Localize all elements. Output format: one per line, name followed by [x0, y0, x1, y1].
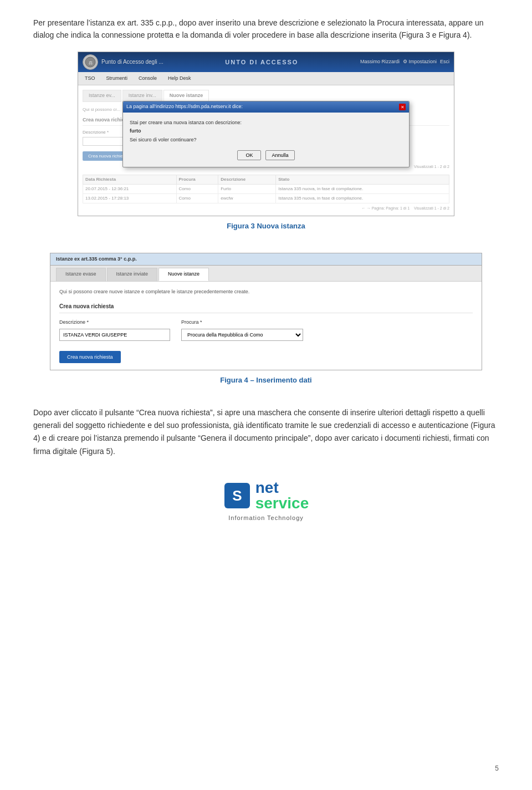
- figure4-wrapper: Istanze ex art.335 comma 3° c.p.p. Istan…: [33, 253, 499, 396]
- fig4-label-procura: Procura *: [181, 319, 303, 327]
- screen3-pagination: ← → Pagina: Pagina: 1 di 1 Visualizzati …: [83, 206, 449, 212]
- screen3-body-wrapper: Istanze ev... Istanze inv... Nuove istan…: [78, 85, 454, 216]
- fig4-input-desc[interactable]: [59, 329, 170, 341]
- screen3-logo-circle: ⚖: [83, 54, 98, 70]
- page-number: 5: [495, 763, 499, 773]
- fig4-tab-inviate[interactable]: Istanze inviate: [107, 268, 158, 281]
- figure3-caption: Figura 3 Nuova istanza: [227, 221, 305, 232]
- screen3-dialog-line2: furto: [130, 128, 402, 135]
- figure4-screenshot: Istanze ex art.335 comma 3° c.p.p. Istan…: [50, 253, 482, 370]
- footer-service-text: service: [255, 496, 309, 511]
- screen3-settings-link[interactable]: ⚙ Impostazioni: [403, 58, 437, 66]
- fig4-titlebar: Istanze ex art.335 comma 3° c.p.p.: [50, 253, 482, 266]
- table-row: 13.02.2015 - 17:28:13 Como ewcfw Istanza…: [83, 193, 449, 203]
- screen3-header-label: Punto di Accesso degli ...: [101, 58, 163, 66]
- intro-paragraph: Per presentare l’istanza ex art. 335 c.p…: [33, 17, 499, 42]
- screen3-header: ⚖ Punto di Accesso degli ... UNTO DI ACC…: [78, 52, 454, 72]
- body-paragraph: Dopo aver cliccato il pulsante “Crea nuo…: [33, 406, 499, 457]
- figure3-screenshot: ⚖ Punto di Accesso degli ... UNTO DI ACC…: [78, 52, 454, 217]
- fig4-label-desc: Descrizione *: [59, 319, 170, 327]
- screen3-col-stato: Stato: [276, 175, 449, 184]
- screen3-dialog-box: La pagina all’indirizzo https://sdm.pda.…: [122, 101, 410, 167]
- fig4-subtitle: Qui si possono creare nuove istanze e co…: [59, 288, 473, 296]
- fig4-body: Qui si possono creare nuove istanze e co…: [50, 282, 482, 370]
- fig4-tab-evase[interactable]: Istanze evase: [56, 268, 106, 281]
- screen3-row1-procura: Como: [176, 184, 218, 193]
- screen3-exit-link[interactable]: Esci: [440, 58, 449, 66]
- screen3-pagination-text: ← → Pagina: Pagina: 1 di 1: [362, 206, 410, 210]
- screen3-row2-procura: Como: [176, 193, 218, 203]
- screen3-dialog-close[interactable]: ✕: [399, 104, 406, 110]
- screen3-tab-evase[interactable]: Istanze ev...: [83, 90, 121, 102]
- screen3-visualizzati-bottom: Visualizzati 1 - 2 di 2: [414, 206, 449, 210]
- screen3-col-data: Data Richiesta: [83, 175, 177, 184]
- fig4-btn-crea[interactable]: Crea nuova richiesta: [59, 351, 121, 363]
- fig4-form-desc: Descrizione *: [59, 319, 170, 341]
- screen3-tab-inviate[interactable]: Istanze inv...: [122, 90, 162, 102]
- figure3-wrapper: ⚖ Punto di Accesso degli ... UNTO DI ACC…: [33, 52, 499, 242]
- screen3-row1-data: 20.07.2015 - 12:36:21: [83, 184, 177, 193]
- screen3-dialog-cancel-button[interactable]: Annulla: [265, 150, 294, 160]
- screen3-nav-strumenti[interactable]: Strumenti: [104, 74, 130, 84]
- screen3-row1-stato: Istanza 335 nuova, in fase di compilazio…: [276, 184, 449, 193]
- screen3-nav-console[interactable]: Console: [136, 74, 159, 84]
- figure4-caption: Figura 4 – Inserimento dati: [220, 375, 311, 386]
- screen3-dialog-content: Stai per creare una nuova istanza con de…: [130, 117, 402, 146]
- footer-logo: S net service: [223, 480, 309, 511]
- screen3-header-actions: Massimo Rizzardi ⚙ Impostazioni Esci: [360, 58, 449, 66]
- screen3-dialog-line3: Sei sicuro di voler continuare?: [130, 136, 402, 144]
- screen3-table: Data Richiesta Procura Descrizione Stato…: [83, 175, 449, 203]
- screen3-col-desc: Descrizione: [218, 175, 276, 184]
- svg-text:⚖: ⚖: [89, 60, 93, 65]
- screen3-col-procura: Procura: [176, 175, 218, 184]
- screen3-dialog-title-text: La pagina all’indirizzo https://sdm.pda.…: [126, 103, 243, 111]
- screen3-row2-desc: ewcfw: [218, 193, 276, 203]
- screen3-row2-stato: Istanza 335 nuova, in fase di compilazio…: [276, 193, 449, 203]
- screen3-dialog-overlay: La pagina all’indirizzo https://sdm.pda.…: [122, 101, 410, 167]
- screen3-header-title: UNTO DI ACCESSO: [225, 58, 298, 67]
- footer-it-label: Information Technology: [228, 513, 304, 523]
- screen3-row1-desc: Furto: [218, 184, 276, 193]
- screen3-row2-data: 13.02.2015 - 17:28:13: [83, 193, 177, 203]
- fig4-form-procura: Procura * Procura della Repubblica di Co…: [181, 319, 303, 341]
- fig4-form-row: Descrizione * Procura * Procura della Re…: [59, 319, 473, 341]
- fig4-tab-nuove[interactable]: Nuove istanze: [158, 268, 209, 281]
- screen3-tab-nuove[interactable]: Nuove istanze: [163, 90, 209, 102]
- svg-text:S: S: [232, 487, 242, 504]
- screen3-nav-helpdesk[interactable]: Help Desk: [166, 74, 193, 84]
- screen3-dialog-buttons: OK Annulla: [130, 150, 402, 160]
- screen3-tabs: Istanze ev... Istanze inv... Nuove istan…: [83, 90, 449, 102]
- screen3-dialog-ok-button[interactable]: OK: [237, 150, 261, 160]
- screen3-dialog-line1: Stai per creare una nuova istanza con de…: [130, 119, 402, 127]
- screen3-user-link[interactable]: Massimo Rizzardi: [360, 58, 400, 66]
- footer-net-text: net: [255, 480, 309, 496]
- screen3-nav: TSO Strumenti Console Help Desk: [78, 72, 454, 86]
- fig4-section-title: Crea nuova richiesta: [59, 302, 473, 313]
- footer-logo-icon: S: [223, 482, 251, 509]
- fig4-select-procura[interactable]: Procura della Repubblica di Como: [181, 329, 303, 341]
- footer-brand: net service: [255, 480, 309, 511]
- screen3-nav-tso[interactable]: TSO: [83, 74, 98, 84]
- screen3-dialog-titlebar: La pagina all’indirizzo https://sdm.pda.…: [123, 101, 409, 113]
- screen3-header-logo: ⚖ Punto di Accesso degli ...: [83, 54, 163, 70]
- table-row: 20.07.2015 - 12:36:21 Como Furto Istanza…: [83, 184, 449, 193]
- fig4-tabs: Istanze evase Istanze inviate Nuove ista…: [50, 266, 482, 282]
- footer: S net service Information Technology: [33, 480, 499, 523]
